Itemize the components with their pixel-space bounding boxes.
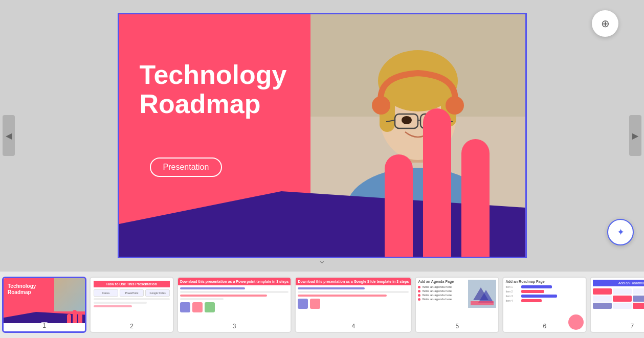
thumbnail-5[interactable]: Add an Agenda Page Write an agenda here bbox=[415, 277, 499, 333]
thumb3-line3 bbox=[180, 295, 267, 297]
thumb1-photo bbox=[54, 278, 85, 311]
slide-background: Technology Roadmap Presentation bbox=[119, 14, 525, 257]
thumbnail-1[interactable]: TechnologyRoadmap 1 bbox=[2, 277, 86, 333]
thumb3-title: Download this presentation as a Powerpoi… bbox=[178, 278, 291, 285]
thumb5-dot2 bbox=[418, 290, 420, 292]
thumb4-number: 4 bbox=[350, 323, 358, 330]
thumb7-grid bbox=[593, 288, 644, 309]
thumb7-cell1 bbox=[593, 288, 612, 295]
thumb4-title: Download this presentation as a Google S… bbox=[296, 278, 411, 285]
thumb3-content bbox=[178, 285, 291, 324]
thumb6-bars: Item 1 Item 2 Item 3 Item 4 bbox=[505, 285, 584, 302]
thumb3-number: 3 bbox=[231, 323, 238, 330]
thumb4-line2 bbox=[298, 291, 409, 293]
thumb2-row1: Canva PowerPoint Google Slides bbox=[94, 289, 170, 297]
thumb2-box-ppt: PowerPoint bbox=[120, 289, 144, 297]
magic-sparkle-button[interactable]: ✦ bbox=[607, 219, 634, 245]
thumb1-number: 1 bbox=[40, 322, 48, 329]
thumb5-dot4 bbox=[418, 298, 420, 301]
thumb6-bar1 bbox=[521, 285, 552, 288]
thumbnail-strip: TechnologyRoadmap 1 How to Use This Pres… bbox=[0, 271, 644, 338]
thumb2-box-slides: Google Slides bbox=[145, 289, 170, 297]
thumb5-dot3 bbox=[418, 294, 420, 297]
thumb6-title: Add an Roadmap Page bbox=[505, 280, 584, 283]
slide-pillar-2 bbox=[423, 108, 451, 257]
svg-point-17 bbox=[446, 96, 464, 115]
thumbnail-7[interactable]: Add an Roadmap 7 bbox=[590, 277, 644, 333]
thumb4-icon1 bbox=[298, 299, 308, 309]
thumb3-line4 bbox=[180, 298, 224, 300]
thumb6-bar-row4: Item 4 bbox=[505, 299, 584, 302]
slide-subtitle-button[interactable]: Presentation bbox=[150, 157, 223, 177]
slide-pillar-3 bbox=[461, 139, 490, 257]
thumb2-line1 bbox=[94, 298, 170, 300]
thumb6-accent bbox=[568, 314, 584, 330]
scroll-down-indicator[interactable]: ⌄ bbox=[318, 255, 326, 266]
thumb3-icon3 bbox=[205, 302, 215, 312]
thumb1-pillars bbox=[67, 310, 82, 323]
svg-point-14 bbox=[402, 116, 412, 124]
thumbnail-2[interactable]: How to Use This Presentation Canva Power… bbox=[90, 277, 174, 333]
thumb5-photo bbox=[468, 280, 496, 308]
thumbnail-3[interactable]: Download this presentation as a Powerpoi… bbox=[177, 277, 292, 333]
svg-rect-21 bbox=[471, 301, 494, 305]
thumb7-cell3 bbox=[633, 288, 644, 295]
thumb6-bar4 bbox=[521, 299, 542, 302]
thumb4-content bbox=[296, 285, 411, 324]
thumb6-bar-row2: Item 2 bbox=[505, 290, 584, 293]
thumb5-dot1 bbox=[418, 286, 420, 288]
slide-pillar-1 bbox=[385, 154, 413, 257]
ai-regenerate-button[interactable]: ⊕ bbox=[592, 10, 618, 37]
thumb2-line3 bbox=[94, 305, 132, 307]
thumbnail-4[interactable]: Download this presentation as a Google S… bbox=[295, 277, 412, 333]
thumb7-cell11 bbox=[633, 303, 644, 309]
thumb3-line1 bbox=[180, 287, 245, 289]
thumb2-line2 bbox=[94, 302, 147, 304]
sparkle-icon: ✦ bbox=[617, 227, 625, 238]
thumb3-icons bbox=[180, 302, 288, 312]
thumb3-icon2 bbox=[192, 302, 203, 312]
thumb6-bar-row1: Item 1 bbox=[505, 285, 584, 288]
thumb7-cell2 bbox=[613, 288, 632, 295]
thumb5-number: 5 bbox=[454, 323, 461, 330]
chevron-down-icon: ⌄ bbox=[318, 255, 326, 265]
thumb2-title: How to Use This Presentation bbox=[94, 281, 170, 287]
thumb2-box-canva: Canva bbox=[94, 289, 118, 297]
thumb7-cell6 bbox=[613, 296, 632, 302]
prev-slide-button[interactable]: ◀ bbox=[3, 115, 15, 156]
thumb7-cell9 bbox=[593, 303, 612, 309]
thumb6-number: 6 bbox=[541, 323, 549, 330]
ai-icon: ⊕ bbox=[601, 17, 610, 30]
thumb7-title: Add an Roadmap bbox=[593, 280, 644, 286]
thumb7-cell10 bbox=[613, 303, 632, 309]
main-slide: Technology Roadmap Presentation bbox=[118, 13, 527, 258]
main-area: ◀ bbox=[0, 0, 644, 271]
next-slide-button[interactable]: ▶ bbox=[629, 115, 641, 156]
thumb4-icon2 bbox=[310, 299, 320, 309]
thumb6-bar3 bbox=[521, 295, 557, 298]
svg-point-16 bbox=[372, 96, 390, 115]
thumb4-icons bbox=[298, 299, 409, 309]
thumb4-line1 bbox=[298, 287, 364, 289]
thumb6-bar2 bbox=[521, 290, 544, 293]
thumb6-bar-row3: Item 3 bbox=[505, 295, 584, 298]
thumb3-icon1 bbox=[180, 302, 190, 312]
slide-title: Technology Roadmap bbox=[140, 60, 287, 119]
thumb7-number: 7 bbox=[629, 323, 636, 330]
thumb7-cell7 bbox=[633, 296, 644, 302]
thumb3-line2 bbox=[180, 291, 288, 293]
thumb4-line3 bbox=[298, 295, 387, 297]
thumbnail-6[interactable]: Add an Roadmap Page Item 1 Item 2 Item 3… bbox=[502, 277, 587, 333]
thumb2-number: 2 bbox=[128, 323, 136, 330]
thumb1-title: TechnologyRoadmap bbox=[8, 283, 36, 296]
thumb7-cell5 bbox=[593, 296, 612, 302]
person-image bbox=[310, 14, 525, 209]
slide-photo bbox=[310, 14, 525, 209]
